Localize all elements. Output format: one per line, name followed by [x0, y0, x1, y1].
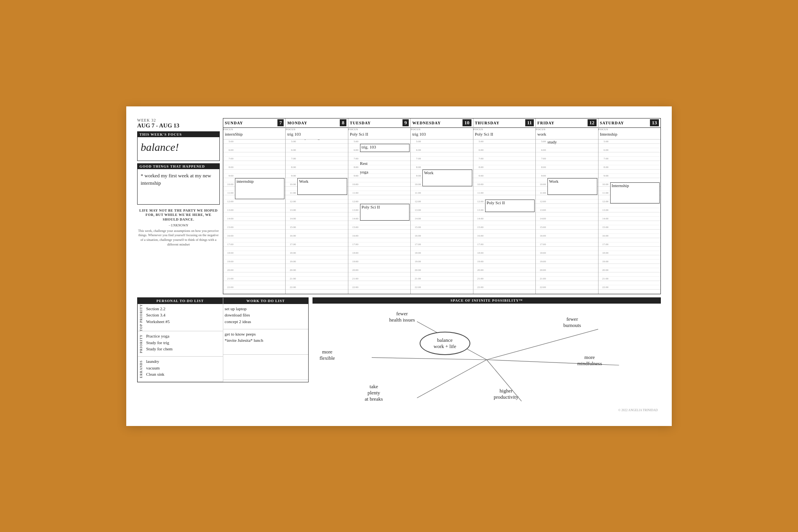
- time-label: 19:00: [223, 260, 234, 263]
- time-content: [609, 255, 660, 259]
- time-row: 16:00: [348, 234, 410, 238]
- time-label: 10:00: [223, 182, 234, 186]
- time-label: 5:00: [473, 140, 484, 143]
- time-row: 5:00: [223, 140, 285, 144]
- time-row: [286, 195, 348, 200]
- time-row: 7:00: [411, 157, 473, 161]
- day-name: FRIDAY: [537, 121, 554, 125]
- time-row: [598, 178, 660, 182]
- time-row: [223, 272, 285, 277]
- time-row: [286, 255, 348, 260]
- time-content: [422, 272, 473, 276]
- work-errands-row: [223, 355, 309, 380]
- time-label: 13:00: [223, 208, 234, 212]
- time-content: [484, 170, 535, 173]
- calendar-event: study for trig. 103: [297, 140, 347, 143]
- time-label: 13:00: [286, 208, 297, 212]
- time-label: [473, 255, 484, 259]
- time-content: [547, 225, 598, 229]
- time-content: [359, 230, 410, 233]
- time-label: [286, 161, 297, 165]
- time-label: 5:00: [536, 140, 547, 143]
- time-row: 8:00: [223, 165, 285, 170]
- time-label: [223, 187, 234, 191]
- time-row: 19:00: [348, 260, 410, 264]
- time-content: [484, 290, 535, 293]
- time-label: 10:00: [473, 182, 484, 186]
- time-row: [286, 272, 348, 277]
- time-label: [473, 144, 484, 148]
- time-content: [297, 234, 348, 238]
- time-label: [411, 144, 422, 148]
- time-content: [547, 255, 598, 259]
- todo-item: vacuum: [146, 365, 221, 371]
- time-content: [234, 255, 285, 259]
- time-row: [348, 264, 410, 268]
- time-content: [484, 140, 535, 143]
- time-row: 13:00: [411, 208, 473, 212]
- time-content: [547, 230, 598, 233]
- time-content: [297, 170, 348, 173]
- time-row: 9:00: [598, 174, 660, 178]
- time-label: 15:00: [473, 225, 484, 229]
- time-label: 17:00: [598, 242, 609, 246]
- time-label: [348, 195, 359, 199]
- time-label: [223, 281, 234, 285]
- time-label: [598, 255, 609, 259]
- time-content: [297, 260, 348, 263]
- time-label: 18:00: [598, 251, 609, 255]
- time-label: 10:00: [411, 182, 422, 186]
- time-label: 9:00: [411, 174, 422, 178]
- time-label: 17:00: [411, 242, 422, 246]
- time-label: 16:00: [348, 234, 359, 238]
- time-content: [422, 187, 473, 191]
- time-label: 17:00: [536, 242, 547, 246]
- time-label: 18:00: [536, 251, 547, 255]
- time-row: [473, 170, 535, 174]
- time-content: [234, 208, 285, 212]
- time-row: 13:00: [223, 208, 285, 212]
- time-label: [286, 195, 297, 199]
- time-row: 10:00: [473, 182, 535, 187]
- time-row: 21:00: [223, 277, 285, 281]
- time-label: [536, 230, 547, 233]
- time-row: 18:00: [598, 251, 660, 255]
- time-row: 22:00: [473, 285, 535, 290]
- time-label: [536, 238, 547, 242]
- time-label: [286, 204, 297, 208]
- time-row: [598, 204, 660, 208]
- time-row: [536, 212, 598, 217]
- time-label: 16:00: [598, 234, 609, 238]
- time-content: [297, 285, 348, 289]
- time-content: [359, 260, 410, 263]
- time-row: 8:00: [473, 165, 535, 170]
- time-content: [359, 272, 410, 276]
- time-content: [234, 221, 285, 225]
- time-row: 13:00: [598, 208, 660, 212]
- time-row: 21:00: [473, 277, 535, 281]
- time-content: [484, 238, 535, 242]
- time-label: 9:00: [286, 174, 297, 178]
- time-label: [411, 230, 422, 233]
- time-label: [473, 187, 484, 191]
- time-row: 5:00: [411, 140, 473, 144]
- time-row: 7:00: [473, 157, 535, 161]
- time-content: [547, 285, 598, 289]
- time-label: [473, 161, 484, 165]
- time-row: [411, 161, 473, 165]
- time-label: 6:00: [473, 148, 484, 152]
- personal-errands-items: laundryvacuumClean sink: [145, 357, 223, 382]
- time-slots: 5:006:007:008:009:0010:0011:0012:0013:00…: [411, 140, 473, 294]
- time-label: 5:00: [348, 140, 359, 143]
- time-row: 13:00: [286, 208, 348, 212]
- quote-title: LIFE MAY NOT BE THE PARTY WE HOPED FOR, …: [137, 209, 220, 222]
- time-label: [598, 221, 609, 225]
- time-label: 18:00: [348, 251, 359, 255]
- time-row: 6:00: [223, 148, 285, 152]
- time-slots: 5:006:007:008:009:0010:0011:0012:0013:00…: [598, 140, 660, 294]
- time-row: [348, 230, 410, 234]
- time-content: [234, 247, 285, 251]
- time-label: [598, 290, 609, 293]
- time-label: 6:00: [223, 148, 234, 152]
- time-row: 17:00: [473, 242, 535, 247]
